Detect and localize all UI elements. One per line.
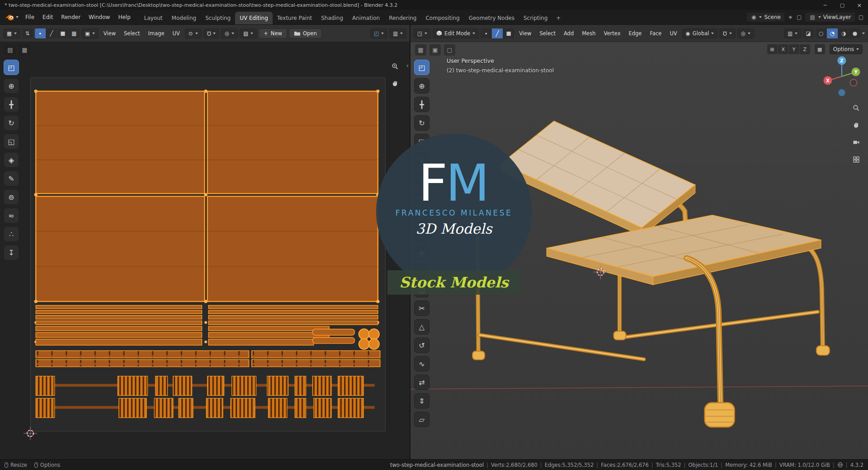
sticky-selection-dropdown[interactable]: ▣ [81,28,99,38]
proportional-editing-button[interactable]: ◎ [221,28,238,38]
xray-toggle[interactable]: ◪ [803,28,814,38]
workspace-tab-rendering[interactable]: Rendering [384,12,421,24]
viewport-corner-icon-2[interactable]: ▣ [429,44,441,56]
workspace-tab-uv-editing[interactable]: UV Editing [235,12,273,24]
viewport-menu-select[interactable]: Select [536,28,558,38]
mirror-y-button[interactable]: Y [789,44,799,54]
mirror-z-button[interactable]: Z [800,44,810,54]
editor-type-button[interactable]: ◳ [414,28,431,38]
open-image-button[interactable]: Open [289,28,322,38]
viewport-menu-add[interactable]: Add [561,28,577,38]
close-button[interactable]: × [851,0,868,10]
uv-select-mode-vertex[interactable]: ∙ [35,28,46,38]
overlays-dropdown[interactable]: ▥ [784,28,801,38]
zoom-button[interactable] [850,102,863,114]
new-viewlayer-icon[interactable]: ▢ [858,14,864,20]
select-mode-edge[interactable]: ╱ [492,28,503,38]
tool-smooth[interactable]: ∿ [414,356,429,371]
snapping-icon[interactable]: ▦ [815,44,825,54]
uv-tool-pin[interactable]: ↧ [4,245,19,260]
uv-tool-move[interactable]: ╋ [4,97,19,112]
proportional-editing-button[interactable]: ◎ [737,28,754,38]
shading-wireframe-button[interactable]: ○ [816,28,826,38]
active-tool-dropdown[interactable]: ◰ [370,28,387,38]
pin-scene-icon[interactable]: ∗ [787,14,793,20]
uv-2d-cursor[interactable] [24,427,37,440]
uv-tool-grab[interactable]: ⊚ [4,189,19,205]
mirror-icon[interactable]: ⊞ [767,44,778,54]
uv-select-mode-island[interactable]: ▩ [69,28,80,38]
workspace-tab-shading[interactable]: Shading [316,12,348,24]
uv-tool-cursor[interactable]: ⊕ [4,78,19,94]
workspace-tab-animation[interactable]: Animation [348,12,384,24]
workspace-tab-layout[interactable]: Layout [140,12,167,24]
gizmo-negative-x-axis[interactable] [850,80,857,86]
pan-button[interactable] [389,77,401,90]
uv-corner-icon-2[interactable]: ▦ [19,44,30,56]
workspace-tab-texture-paint[interactable]: Texture Paint [273,12,316,24]
tool-knife[interactable]: ✂ [414,301,429,316]
navigation-gizmo[interactable]: X Y Z [820,55,863,98]
add-workspace-button[interactable]: + [552,12,565,24]
uv-tool-relax[interactable]: ≈ [4,208,19,223]
uv-corner-icon-1[interactable]: ▤ [5,44,16,56]
tool-shrink-fatten[interactable]: ⇕ [414,393,429,409]
viewport-menu-view[interactable]: View [516,28,534,38]
mirror-x-button[interactable]: X [778,44,788,54]
tool-edge-slide[interactable]: ⇄ [414,375,429,390]
workspace-tab-modeling[interactable]: Modeling [167,12,201,24]
uv-tool-pinch[interactable]: ∴ [4,226,19,242]
workspace-tab-geometry-nodes[interactable]: Geometry Nodes [464,12,519,24]
network-icon[interactable] [837,462,843,468]
tool-rotate[interactable]: ↻ [414,115,429,131]
menu-help[interactable]: Help [114,12,134,22]
new-scene-icon[interactable]: ▢ [796,14,802,20]
select-mode-vertex[interactable]: ∙ [481,28,491,38]
overlays-dropdown[interactable]: ▥ [389,28,406,38]
workspace-tab-sculpting[interactable]: Sculpting [201,12,235,24]
tool-poly-build[interactable]: △ [414,319,429,334]
viewport-corner-icon-3[interactable]: ▢ [444,44,455,56]
shading-material-button[interactable]: ◑ [838,28,849,38]
editor-type-button[interactable]: ▦ [3,28,20,38]
pan-button[interactable] [850,119,863,132]
viewport-menu-edge[interactable]: Edge [625,28,645,38]
viewport-menu-uv[interactable]: UV [666,28,680,38]
new-image-button[interactable]: + New [259,28,287,38]
menu-edit[interactable]: Edit [39,12,57,22]
uv-tool-select-box[interactable]: ◰ [4,60,19,75]
uv-tool-scale[interactable]: ◱ [4,134,19,149]
menu-window[interactable]: Window [85,12,113,22]
sidebar-toggle-icon[interactable]: ‹ [406,62,409,69]
viewlayer-selector[interactable]: ▤ ViewLayer [805,12,855,22]
select-mode-face[interactable]: ■ [503,28,514,38]
uv-canvas[interactable]: ▤ ▦ ◰ ⊕ ╋ ↻ ◱ ◈ ✎ ⊚ ≈ ∴ ↧ [0,42,410,459]
uv-menu-view[interactable]: View [100,28,119,38]
snap-button[interactable]: Ω [203,28,220,38]
workspace-tab-scripting[interactable]: Scripting [519,12,552,24]
minimize-button[interactable]: ─ [816,0,834,10]
orientation-dropdown[interactable]: ◉ Global [682,28,718,38]
zoom-in-button[interactable] [389,60,401,73]
tool-cursor[interactable]: ⊕ [414,78,429,94]
viewport-menu-mesh[interactable]: Mesh [579,28,599,38]
pivot-dropdown[interactable]: ⊙ [185,28,202,38]
uv-menu-image[interactable]: Image [145,28,168,38]
options-dropdown[interactable]: Options [830,44,863,54]
uv-tool-transform[interactable]: ◈ [4,152,19,168]
tool-spin[interactable]: ↺ [414,338,429,353]
scene-selector[interactable]: ◉ Scene [746,12,785,22]
uv-select-mode-face[interactable]: ■ [57,28,68,38]
uv-select-mode-edge[interactable]: ╱ [46,28,57,38]
snap-button[interactable]: Ω [719,28,736,38]
shading-rendered-button[interactable]: ● [849,28,860,38]
orthographic-toggle-button[interactable] [850,153,863,166]
mode-dropdown[interactable]: Edit Mode [433,28,479,38]
uv-menu-select[interactable]: Select [121,28,143,38]
viewport-menu-vertex[interactable]: Vertex [600,28,623,38]
menu-render[interactable]: Render [57,12,84,22]
tool-move[interactable]: ╋ [414,97,429,112]
viewport-menu-face[interactable]: Face [646,28,665,38]
workspace-tab-compositing[interactable]: Compositing [421,12,464,24]
shading-solid-button[interactable]: ◔ [827,28,838,38]
